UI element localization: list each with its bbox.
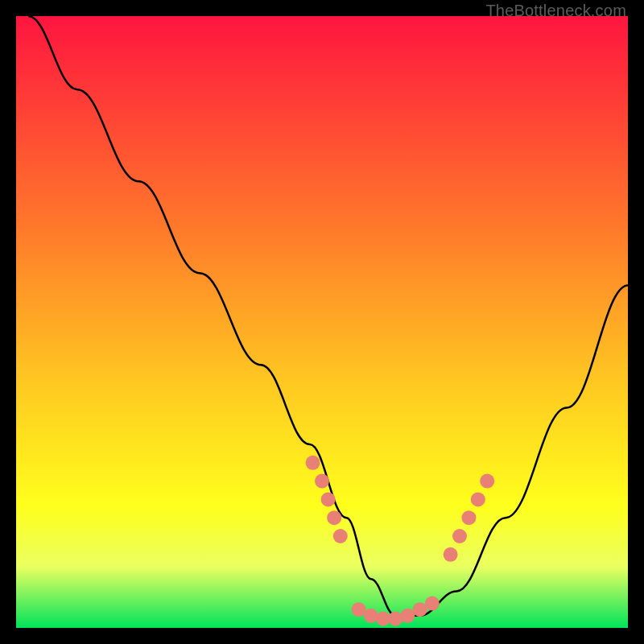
chart-svg [16, 16, 628, 628]
gradient-background [16, 16, 628, 628]
data-dot [471, 492, 485, 506]
data-dot [444, 547, 458, 562]
data-dot [327, 510, 341, 525]
data-dot [388, 612, 402, 626]
data-dot [364, 609, 378, 623]
data-dot [425, 597, 440, 611]
data-dot [321, 492, 336, 506]
data-dot [333, 529, 348, 543]
data-dot [461, 510, 476, 525]
data-dot [480, 474, 494, 489]
data-dot [306, 456, 320, 470]
data-dot [452, 529, 467, 543]
chart-plot-area [16, 16, 628, 628]
data-dot [315, 474, 329, 489]
